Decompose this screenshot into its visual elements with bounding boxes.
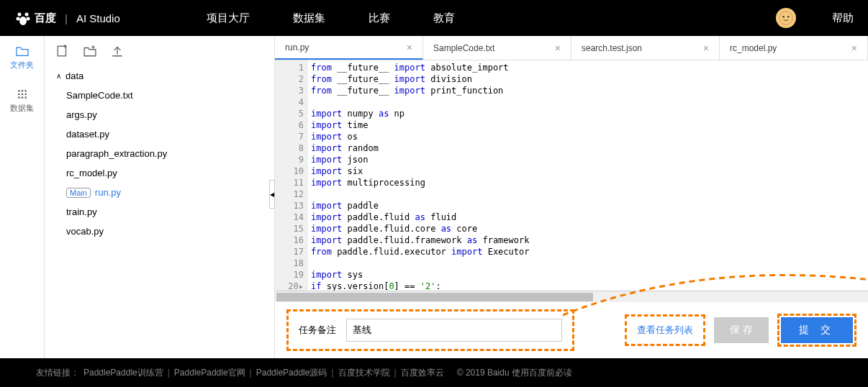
nav-dataset[interactable]: 数据集 bbox=[293, 12, 325, 25]
avatar[interactable] bbox=[776, 8, 796, 28]
avatar-face-icon bbox=[779, 11, 793, 25]
close-icon[interactable]: × bbox=[407, 42, 412, 53]
tree-file[interactable]: SampleCode.txt bbox=[56, 86, 263, 105]
collapse-sidebar-handle[interactable]: ◀ bbox=[269, 180, 275, 209]
logo-block: 百度 | AI Studio bbox=[14, 9, 120, 27]
footer-link[interactable]: 百度效率云 bbox=[401, 368, 444, 378]
editor-tab[interactable]: search.test.json× bbox=[571, 36, 720, 60]
grid-icon bbox=[15, 88, 30, 100]
editor-tab[interactable]: run.py× bbox=[275, 36, 423, 60]
brand-studio-text: AI Studio bbox=[76, 12, 120, 24]
new-folder-icon[interactable] bbox=[83, 45, 96, 58]
save-button[interactable]: 保 存 bbox=[714, 317, 769, 343]
svg-point-12 bbox=[21, 93, 23, 95]
sidebar-actions bbox=[45, 36, 274, 66]
nav-edu[interactable]: 教育 bbox=[433, 12, 455, 25]
brand-separator: | bbox=[65, 12, 68, 24]
footer: 友情链接： PaddlePaddle训练营|PaddlePaddle官网|Pad… bbox=[0, 358, 868, 387]
file-sidebar: ∧ data SampleCode.txt args.py dataset.py… bbox=[45, 36, 275, 358]
footer-link[interactable]: PaddlePaddle训练营 bbox=[83, 368, 163, 378]
tab-label: search.test.json bbox=[582, 43, 642, 53]
task-remark-block: 任务备注 bbox=[286, 309, 574, 351]
tree-file-active[interactable]: Main run.py bbox=[56, 183, 263, 202]
nav-contest[interactable]: 比赛 bbox=[369, 12, 390, 25]
bottom-bar: 任务备注 查看任务列表 保 存 提 交 bbox=[275, 302, 868, 358]
tree-folder-label: data bbox=[65, 70, 83, 81]
editor-tab[interactable]: rc_model.py× bbox=[720, 36, 868, 60]
tree-folder-data[interactable]: ∧ data bbox=[56, 66, 263, 86]
svg-point-4 bbox=[19, 17, 27, 25]
upload-icon[interactable] bbox=[111, 45, 124, 58]
top-nav: 项目大厅 数据集 比赛 教育 bbox=[207, 12, 455, 25]
close-icon[interactable]: × bbox=[703, 42, 709, 54]
horizontal-scrollbar[interactable] bbox=[275, 291, 868, 302]
folder-icon bbox=[15, 45, 30, 57]
remark-input[interactable] bbox=[346, 319, 562, 342]
svg-point-2 bbox=[17, 17, 20, 21]
top-header: 百度 | AI Studio 项目大厅 数据集 比赛 教育 帮助 bbox=[0, 0, 868, 36]
submit-button[interactable]: 提 交 bbox=[781, 317, 853, 343]
tree-file-label: run.py bbox=[95, 187, 121, 198]
footer-link[interactable]: 百度技术学院 bbox=[338, 368, 390, 378]
rail-files[interactable]: 文件夹 bbox=[0, 36, 44, 79]
main-badge: Main bbox=[66, 188, 91, 198]
svg-point-6 bbox=[782, 16, 785, 17]
line-gutter: 1234567891011121314151617181920▸21222324 bbox=[275, 60, 308, 291]
svg-point-11 bbox=[18, 93, 20, 95]
svg-point-15 bbox=[21, 96, 23, 99]
svg-point-3 bbox=[27, 17, 30, 21]
svg-point-1 bbox=[25, 13, 29, 17]
paw-icon bbox=[14, 9, 32, 27]
svg-point-13 bbox=[24, 93, 27, 95]
rail-datasets[interactable]: 数据集 bbox=[0, 79, 44, 122]
svg-point-14 bbox=[18, 96, 20, 99]
footer-link[interactable]: PaddlePaddle源码 bbox=[256, 368, 327, 378]
tab-label: rc_model.py bbox=[730, 43, 777, 53]
nav-project[interactable]: 项目大厅 bbox=[207, 12, 250, 25]
help-link[interactable]: 帮助 bbox=[832, 12, 854, 25]
file-tree: ∧ data SampleCode.txt args.py dataset.py… bbox=[45, 66, 274, 241]
view-task-list-link[interactable]: 查看任务列表 bbox=[625, 314, 705, 346]
close-icon[interactable]: × bbox=[555, 42, 561, 54]
left-rail: 文件夹 数据集 bbox=[0, 36, 45, 358]
tab-label: run.py bbox=[285, 42, 309, 53]
view-list-text: 查看任务列表 bbox=[637, 324, 693, 335]
rail-datasets-label: 数据集 bbox=[10, 103, 34, 114]
submit-highlight: 提 交 bbox=[777, 314, 856, 347]
code-body[interactable]: from __future__ import absolute_import f… bbox=[308, 60, 868, 291]
svg-point-7 bbox=[787, 16, 790, 17]
svg-point-5 bbox=[779, 12, 792, 24]
editor-tab[interactable]: SampleCode.txt× bbox=[423, 36, 571, 60]
code-area[interactable]: 1234567891011121314151617181920▸21222324… bbox=[275, 60, 868, 291]
copyright-text: © 2019 Baidu 使用百度前必读 bbox=[457, 367, 572, 379]
scrollbar-thumb[interactable] bbox=[276, 293, 593, 301]
footer-link[interactable]: PaddlePaddle官网 bbox=[174, 368, 245, 378]
svg-point-16 bbox=[24, 96, 27, 99]
editor-tabs: run.py×SampleCode.txt×search.test.json×r… bbox=[275, 36, 868, 60]
tree-file[interactable]: train.py bbox=[56, 202, 263, 222]
tree-file[interactable]: paragraph_extraction.py bbox=[56, 144, 263, 163]
close-icon[interactable]: × bbox=[851, 42, 857, 54]
footer-prefix: 友情链接： bbox=[36, 367, 79, 379]
remark-label: 任务备注 bbox=[299, 324, 336, 337]
svg-point-10 bbox=[24, 90, 27, 92]
new-file-icon[interactable] bbox=[56, 45, 69, 58]
tree-file[interactable]: dataset.py bbox=[56, 124, 263, 144]
svg-point-0 bbox=[18, 13, 22, 17]
svg-point-8 bbox=[18, 90, 20, 92]
editor-pane: ◀ run.py×SampleCode.txt×search.test.json… bbox=[275, 36, 868, 358]
svg-point-9 bbox=[21, 90, 23, 92]
tree-file[interactable]: rc_model.py bbox=[56, 163, 263, 183]
tree-file[interactable]: args.py bbox=[56, 105, 263, 124]
brand-baidu-text: 百度 bbox=[35, 12, 56, 25]
tab-label: SampleCode.txt bbox=[433, 43, 494, 53]
baidu-logo: 百度 bbox=[14, 9, 56, 27]
caret-icon: ∧ bbox=[56, 72, 61, 80]
rail-files-label: 文件夹 bbox=[10, 60, 34, 70]
tree-file[interactable]: vocab.py bbox=[56, 222, 263, 241]
